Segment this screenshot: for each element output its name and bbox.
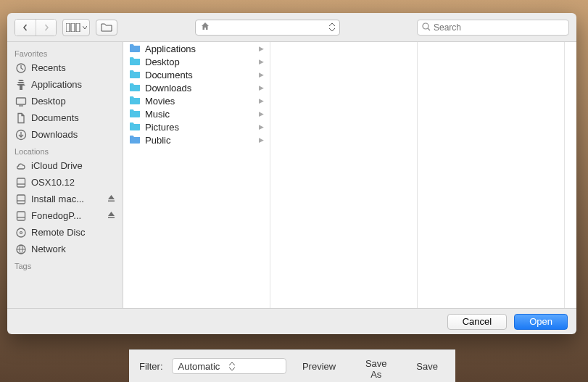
list-item[interactable]: Documents▶ [123, 68, 270, 81]
item-label: Downloads [145, 83, 191, 94]
chevron-right-icon: ▶ [259, 58, 264, 65]
sidebar-item[interactable]: Recents [7, 59, 123, 76]
sidebar-item-label: Network [31, 244, 66, 254]
filter-dropdown[interactable]: Automatic [172, 358, 286, 374]
sidebar-item[interactable]: OSX10.12 [7, 174, 123, 191]
clock-icon [15, 62, 27, 74]
sidebar-item[interactable]: Network [7, 241, 123, 257]
eject-icon[interactable] [107, 194, 115, 204]
search-icon [422, 21, 431, 34]
preview-button[interactable]: Preview [295, 358, 343, 374]
disk-icon [15, 209, 27, 222]
list-item[interactable]: Movies▶ [123, 94, 270, 107]
list-item[interactable]: Pictures▶ [123, 120, 270, 133]
svg-rect-0 [66, 23, 70, 32]
sidebar-item[interactable]: Applications [7, 76, 123, 93]
columns-view: Applications▶Desktop▶Documents▶Downloads… [123, 42, 576, 308]
sidebar-item-label: Applications [31, 79, 82, 90]
item-label: Desktop [145, 57, 180, 67]
sidebar-section-header: Tags [7, 257, 123, 272]
open-dialog: FavoritesRecentsApplicationsDesktopDocum… [7, 13, 576, 334]
svg-rect-11 [17, 195, 25, 204]
item-label: Documents [145, 70, 193, 80]
svg-rect-6 [16, 98, 25, 104]
chevron-right-icon: ▶ [259, 71, 264, 78]
eject-icon[interactable] [107, 210, 115, 221]
downloads-icon [15, 128, 27, 141]
sidebar-item-label: iCloud Drive [31, 160, 83, 171]
sidebar-item-label: Desktop [31, 96, 66, 107]
list-item[interactable]: Desktop▶ [123, 55, 270, 68]
folder-icon [129, 134, 141, 146]
sidebar-item-label: Install mac... [31, 194, 84, 204]
sidebar: FavoritesRecentsApplicationsDesktopDocum… [7, 42, 123, 308]
list-item[interactable]: Music▶ [123, 107, 270, 120]
sidebar-item[interactable]: iCloud Drive [7, 157, 123, 174]
path-dropdown[interactable] [195, 20, 340, 36]
dialog-body: FavoritesRecentsApplicationsDesktopDocum… [7, 42, 576, 308]
folder-icon [129, 56, 141, 67]
documents-icon [15, 112, 27, 124]
updown-icon [229, 362, 280, 370]
folder-icon [129, 95, 141, 107]
svg-rect-1 [71, 23, 75, 32]
cancel-button[interactable]: Cancel [447, 314, 507, 330]
disc-icon [15, 226, 27, 238]
open-button[interactable]: Open [514, 314, 568, 330]
dialog-footer: Cancel Open [7, 308, 576, 334]
item-label: Pictures [145, 122, 179, 133]
view-mode-select[interactable] [62, 19, 90, 36]
new-folder-button[interactable] [96, 20, 117, 36]
sidebar-item[interactable]: Downloads [7, 126, 123, 143]
toolbar [7, 13, 576, 42]
list-item[interactable]: Applications▶ [123, 42, 270, 55]
folder-icon [129, 108, 141, 120]
chevron-right-icon: ▶ [259, 110, 264, 117]
forward-button[interactable] [36, 20, 56, 36]
column [270, 42, 418, 308]
column [418, 42, 565, 308]
svg-point-15 [17, 228, 25, 237]
sidebar-item[interactable]: Remote Disc [7, 224, 123, 241]
back-button[interactable] [15, 20, 36, 36]
chevron-right-icon: ▶ [259, 84, 264, 91]
sidebar-item-label: Documents [31, 112, 79, 123]
chevron-right-icon: ▶ [259, 97, 264, 104]
chevron-right-icon: ▶ [259, 136, 264, 144]
folder-icon [129, 82, 141, 94]
desktop-icon [15, 95, 27, 107]
svg-line-4 [428, 28, 430, 30]
cloud-icon [15, 159, 27, 172]
nav-buttons [15, 19, 57, 36]
sidebar-item[interactable]: Desktop [7, 93, 123, 109]
filter-panel: Filter: Automatic Preview Save As Save [129, 349, 455, 382]
search-input[interactable] [434, 22, 564, 33]
sidebar-item-label: OSX10.12 [31, 177, 75, 188]
save-button[interactable]: Save [409, 358, 445, 374]
path-label [214, 22, 326, 33]
sidebar-item-label: Remote Disc [31, 227, 85, 238]
folder-icon [129, 43, 141, 54]
chevron-right-icon: ▶ [259, 123, 264, 130]
search-field[interactable] [417, 20, 569, 36]
chevron-right-icon: ▶ [259, 45, 264, 52]
folder-icon [129, 121, 141, 133]
item-label: Public [145, 135, 170, 146]
sidebar-item-label: Downloads [31, 129, 78, 140]
item-label: Music [145, 109, 170, 120]
list-item[interactable]: Downloads▶ [123, 81, 270, 94]
column: Applications▶Desktop▶Documents▶Downloads… [123, 42, 270, 308]
save-as-button[interactable]: Save As [352, 358, 400, 374]
filter-value: Automatic [178, 361, 229, 372]
folder-icon [129, 69, 141, 80]
sidebar-item[interactable]: Install mac... [7, 191, 123, 207]
sidebar-item[interactable]: FonedogP... [7, 207, 123, 224]
apps-icon [15, 78, 27, 91]
svg-rect-13 [17, 212, 25, 220]
sidebar-item[interactable]: Documents [7, 109, 123, 126]
columns-view-icon[interactable] [63, 20, 89, 36]
updown-icon [329, 23, 335, 31]
svg-point-16 [20, 231, 22, 233]
sidebar-section-header: Locations [7, 143, 123, 157]
list-item[interactable]: Public▶ [123, 133, 270, 146]
